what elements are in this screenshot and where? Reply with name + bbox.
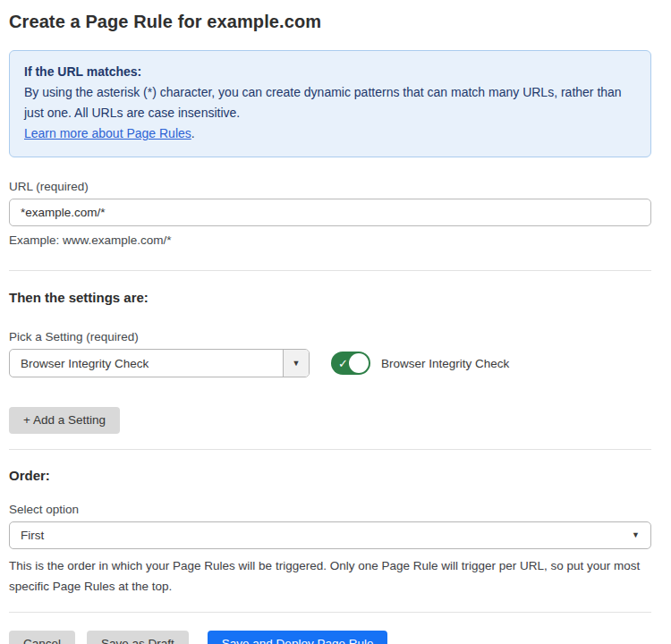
setting-row: Browser Integrity Check ▼ ✓ Browser Inte… — [9, 349, 651, 377]
order-section-heading: Order: — [9, 468, 651, 483]
add-setting-button[interactable]: + Add a Setting — [9, 407, 120, 434]
settings-section-heading: Then the settings are: — [9, 290, 651, 305]
info-box-heading: If the URL matches: — [24, 64, 141, 79]
order-select-label: Select option — [9, 503, 651, 516]
browser-integrity-toggle[interactable]: ✓ — [331, 352, 370, 375]
toggle-knob — [349, 353, 369, 373]
info-link-line: Learn more about Page Rules. — [24, 123, 636, 144]
save-deploy-button[interactable]: Save and Deploy Page Rule — [208, 631, 388, 644]
save-draft-button[interactable]: Save as Draft — [87, 631, 189, 644]
setting-select[interactable]: Browser Integrity Check ▼ — [9, 349, 310, 377]
cancel-button[interactable]: Cancel — [9, 631, 75, 644]
order-select-value: First — [10, 529, 632, 542]
setting-select-value: Browser Integrity Check — [10, 357, 283, 370]
caret-down-icon: ▼ — [632, 531, 640, 539]
order-help-text: This is the order in which your Page Rul… — [9, 555, 651, 597]
setting-select-caret-button[interactable]: ▼ — [283, 350, 309, 377]
check-icon: ✓ — [338, 358, 348, 369]
form-actions: Cancel Save as Draft Save and Deploy Pag… — [9, 631, 651, 644]
page-title: Create a Page Rule for example.com — [9, 12, 651, 32]
section-divider — [9, 612, 651, 613]
link-suffix: . — [191, 126, 195, 140]
learn-more-link[interactable]: Learn more about Page Rules — [24, 126, 191, 140]
url-field-label: URL (required) — [9, 180, 651, 193]
info-box-body: By using the asterisk (*) character, you… — [24, 82, 636, 123]
url-matches-info-box: If the URL matches: By using the asteris… — [9, 50, 651, 157]
url-input[interactable] — [9, 199, 651, 226]
section-divider — [9, 270, 651, 271]
toggle-label: Browser Integrity Check — [381, 357, 509, 370]
page-rule-form: Create a Page Rule for example.com If th… — [0, 0, 671, 644]
pick-setting-label: Pick a Setting (required) — [9, 330, 651, 343]
section-divider — [9, 449, 651, 450]
order-select[interactable]: First ▼ — [9, 521, 651, 549]
url-example-text: Example: www.example.com/* — [9, 233, 651, 247]
caret-down-icon: ▼ — [293, 360, 301, 368]
